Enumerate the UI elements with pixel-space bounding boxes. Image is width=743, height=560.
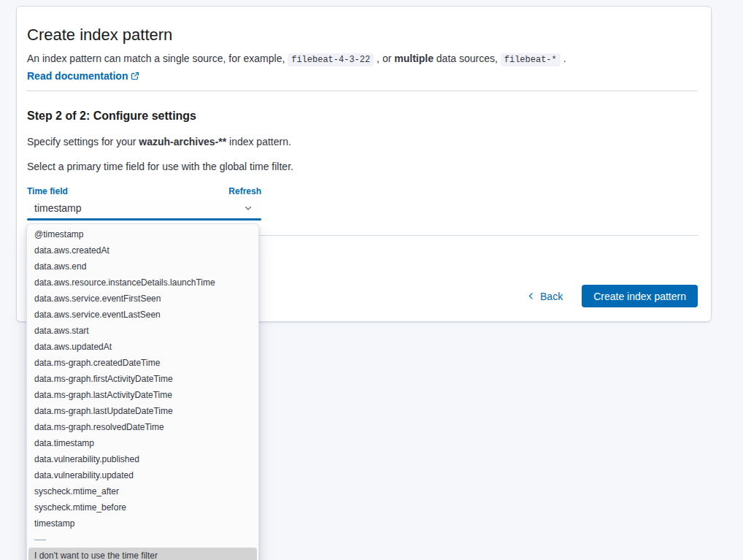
create-index-pattern-button[interactable]: Create index pattern xyxy=(582,285,698,307)
chevron-left-icon xyxy=(526,291,536,301)
dropdown-option[interactable]: data.ms-graph.resolvedDateTime xyxy=(27,419,258,435)
dropdown-option[interactable]: data.vulnerability.published xyxy=(27,451,258,467)
dropdown-option[interactable]: @timestamp xyxy=(27,226,258,242)
page-background: { "panel": { "title": "Create index patt… xyxy=(0,0,743,560)
dropdown-option[interactable]: syscheck.mtime_before xyxy=(27,499,258,515)
panel-description: An index pattern can match a single sour… xyxy=(27,50,701,68)
dropdown-option[interactable]: data.ms-graph.lastUpdateDateTime xyxy=(27,403,258,419)
index-pattern-name: wazuh-archives-** xyxy=(139,136,226,147)
description-text: data sources, xyxy=(434,53,501,64)
specify-suffix: index pattern. xyxy=(226,136,291,147)
time-field-select[interactable]: timestamp xyxy=(27,198,261,220)
specify-prefix: Specify settings for your xyxy=(27,136,139,147)
external-link-icon xyxy=(131,72,139,80)
select-focus-underline xyxy=(27,218,261,220)
refresh-link[interactable]: Refresh xyxy=(228,185,261,197)
description-text: . xyxy=(561,53,566,64)
dropdown-option[interactable]: data.ms-graph.firstActivityDateTime xyxy=(27,371,258,387)
dropdown-option[interactable]: data.aws.updatedAt xyxy=(27,339,258,355)
time-field-dropdown-list: @timestampdata.aws.createdAtdata.aws.end… xyxy=(27,226,258,560)
description-text: , or xyxy=(374,53,394,64)
dropdown-option[interactable]: syscheck.mtime_after xyxy=(27,483,258,499)
dropdown-option[interactable]: data.timestamp xyxy=(27,435,258,451)
read-documentation-label: Read documentation xyxy=(27,70,128,82)
dropdown-option[interactable]: data.aws.end xyxy=(27,258,258,275)
time-field-selected-value: timestamp xyxy=(34,198,82,218)
dropdown-option[interactable]: data.aws.createdAt xyxy=(27,242,258,258)
step-heading: Step 2 of 2: Configure settings xyxy=(27,109,196,123)
back-button[interactable]: Back xyxy=(526,291,563,302)
code-example-wildcard: filebeat-* xyxy=(501,53,561,66)
dropdown-option[interactable]: data.aws.service.eventLastSeen xyxy=(27,307,258,323)
header-divider xyxy=(27,91,698,91)
dropdown-option-no-time-filter[interactable]: I don't want to use the time filter xyxy=(28,548,257,560)
description-bold-multiple: multiple xyxy=(394,53,434,64)
time-field-hint: Select a primary time field for use with… xyxy=(27,159,293,174)
description-text: An index pattern can match a single sour… xyxy=(27,53,288,64)
dropdown-option[interactable]: data.ms-graph.createdDateTime xyxy=(27,355,258,371)
page-title: Create index pattern xyxy=(27,24,172,46)
time-field-dropdown: @timestampdata.aws.createdAtdata.aws.end… xyxy=(26,223,259,560)
dropdown-separator xyxy=(27,532,258,548)
code-example-single: filebeat-4-3-22 xyxy=(288,53,374,66)
dropdown-option[interactable]: data.aws.service.eventFirstSeen xyxy=(27,291,258,307)
specify-settings-text: Specify settings for your wazuh-archives… xyxy=(27,134,291,149)
dropdown-option[interactable]: data.aws.start xyxy=(27,323,258,339)
read-documentation-link[interactable]: Read documentation xyxy=(27,70,139,82)
time-field-label: Time field xyxy=(27,185,68,197)
dropdown-option[interactable]: data.aws.resource.instanceDetails.launch… xyxy=(27,275,258,291)
chevron-down-icon xyxy=(242,202,254,217)
dropdown-option[interactable]: timestamp xyxy=(27,515,258,532)
dropdown-option[interactable]: data.vulnerability.updated xyxy=(27,467,258,483)
time-field-label-row: Time field Refresh xyxy=(27,185,261,197)
dropdown-option[interactable]: data.ms-graph.lastActivityDateTime xyxy=(27,387,258,403)
footer-actions: Back Create index pattern xyxy=(526,285,698,307)
back-button-label: Back xyxy=(540,291,563,302)
